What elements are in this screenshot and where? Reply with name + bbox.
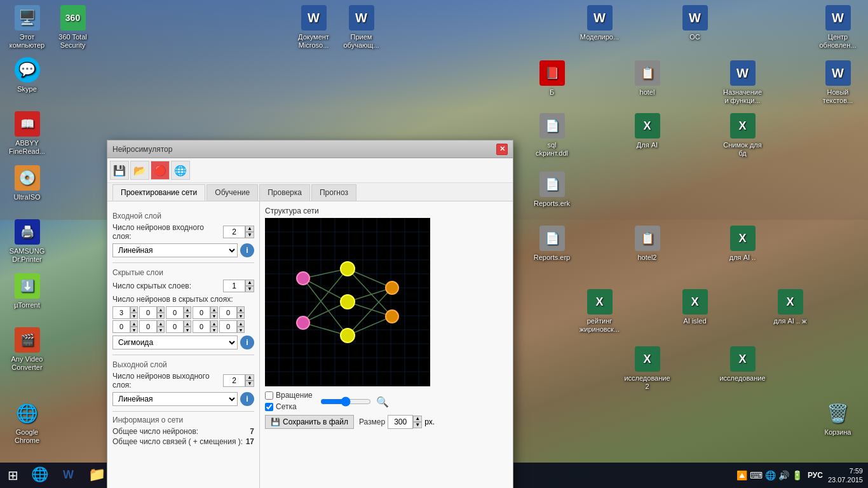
desktop-icon-my-computer[interactable]: 🖥️ Этоткомпьютер bbox=[3, 5, 51, 50]
input-function-info-btn[interactable]: i bbox=[240, 243, 254, 257]
desktop-icon-hotel2[interactable]: 📋 hotel2 bbox=[623, 226, 671, 262]
input-neurons-spinner[interactable]: 2 ▲ ▼ bbox=[223, 226, 254, 238]
desktop-icon-anyvc[interactable]: 🎬 Any VideoConverter bbox=[3, 327, 51, 372]
rotation-checkbox[interactable] bbox=[265, 391, 273, 400]
hidden-n10-value[interactable] bbox=[219, 320, 237, 333]
desktop-icon-hotel[interactable]: 📋 hotel bbox=[623, 60, 671, 97]
hidden-n7-value[interactable] bbox=[139, 320, 157, 333]
desktop-icon-utorrent[interactable]: ⬇️ µTorrent bbox=[3, 273, 51, 309]
input-neurons-up[interactable]: ▲ bbox=[245, 226, 254, 232]
hidden-n6-up[interactable]: ▲ bbox=[130, 320, 138, 327]
dialog-close-button[interactable]: ✕ bbox=[496, 144, 508, 155]
taskbar-word[interactable]: W bbox=[54, 463, 83, 488]
desktop-icon-abbyy[interactable]: 📖 ABBYYFineRead... bbox=[3, 111, 51, 156]
desktop-icon-rating[interactable]: X рейтингжириновск... bbox=[576, 289, 623, 334]
size-up[interactable]: ▲ bbox=[413, 416, 422, 422]
output-neurons-down[interactable]: ▼ bbox=[245, 381, 254, 387]
input-neurons-value[interactable]: 2 bbox=[223, 226, 245, 238]
hidden-n4-spinner[interactable]: ▲▼ bbox=[193, 306, 218, 319]
hidden-n5-value[interactable] bbox=[219, 306, 237, 319]
hidden-function-info-btn[interactable]: i bbox=[240, 336, 254, 349]
toolbar-save-icon[interactable]: 💾 bbox=[110, 161, 129, 180]
toolbar-open-icon[interactable]: 📂 bbox=[130, 161, 149, 180]
hidden-function-select[interactable]: Сигмоида Линейная bbox=[112, 336, 238, 349]
hidden-n8-value[interactable] bbox=[166, 320, 184, 333]
tray-sound[interactable]: 🔊 bbox=[778, 470, 789, 480]
zoom-slider[interactable] bbox=[320, 396, 371, 407]
grid-checkbox[interactable] bbox=[265, 403, 273, 411]
hidden-n2-spinner[interactable]: ▲▼ bbox=[139, 306, 165, 319]
desktop-icon-ai-isled[interactable]: X AI isled bbox=[671, 289, 719, 325]
tray-battery[interactable]: 🔋 bbox=[792, 470, 803, 480]
size-value[interactable]: 300 bbox=[388, 415, 413, 429]
output-function-select[interactable]: Линейная Сигмоида bbox=[112, 392, 238, 406]
tab-check[interactable]: Проверка bbox=[259, 184, 310, 201]
tray-expand[interactable]: 🔼 bbox=[736, 470, 747, 480]
desktop-icon-360-security[interactable]: 360 360 Total Security bbox=[49, 5, 97, 50]
hidden-n3-spinner[interactable]: ▲▼ bbox=[166, 306, 191, 319]
hidden-n2-up[interactable]: ▲ bbox=[157, 306, 165, 313]
desktop-icon-word-priem[interactable]: W Приемобучающ... bbox=[337, 5, 385, 50]
desktop-icon-isled2[interactable]: X исследование2 bbox=[623, 346, 671, 391]
hidden-n6-down[interactable]: ▼ bbox=[130, 327, 138, 333]
desktop-icon-newtext[interactable]: W Новыйтекстов... bbox=[814, 60, 862, 105]
hidden-n8-spinner[interactable]: ▲▼ bbox=[166, 320, 191, 333]
desktop-icon-reports-erp[interactable]: 📄 Reports.erp bbox=[528, 226, 576, 262]
output-neurons-spinner[interactable]: 2 ▲ ▼ bbox=[223, 374, 254, 387]
hidden-n5-down[interactable]: ▼ bbox=[237, 313, 245, 319]
desktop-icon-word-doc[interactable]: W ДокументMicroso... bbox=[290, 5, 337, 50]
hidden-count-down[interactable]: ▼ bbox=[245, 286, 254, 292]
output-neurons-up[interactable]: ▲ bbox=[245, 374, 254, 381]
desktop-icon-skype[interactable]: 💬 Skype bbox=[3, 57, 51, 93]
size-down[interactable]: ▼ bbox=[413, 422, 422, 428]
taskbar-chrome[interactable]: 🌐 bbox=[25, 463, 54, 488]
hidden-n3-down[interactable]: ▼ bbox=[184, 313, 191, 319]
hidden-n6-value[interactable] bbox=[112, 320, 130, 333]
toolbar-delete-icon[interactable]: 🔴 bbox=[151, 161, 170, 180]
size-spinner[interactable]: 300 ▲ ▼ bbox=[388, 415, 422, 429]
hidden-n7-down[interactable]: ▼ bbox=[157, 327, 165, 333]
desktop-icon-isled[interactable]: X исследование bbox=[719, 346, 766, 383]
desktop-icon-samsung[interactable]: 🖨️ SAMSUNGDr.Printer bbox=[3, 219, 51, 264]
hidden-n1-value[interactable] bbox=[112, 306, 130, 319]
input-function-select[interactable]: Линейная Сигмоида bbox=[112, 243, 238, 257]
zoom-icon[interactable]: 🔍 bbox=[376, 396, 389, 408]
language-indicator[interactable]: РУС bbox=[808, 471, 823, 480]
desktop-icon-ultraiso[interactable]: 💿 UltraISO bbox=[3, 165, 51, 201]
hidden-n3-value[interactable] bbox=[166, 306, 184, 319]
desktop-icon-ai-j[interactable]: X для AI .. ж bbox=[766, 289, 814, 325]
hidden-n7-spinner[interactable]: ▲▼ bbox=[139, 320, 165, 333]
desktop-icon-excel-ai[interactable]: X Для AI bbox=[623, 113, 671, 149]
desktop-icon-naznach[interactable]: W Назначениеи функци... bbox=[719, 60, 766, 105]
tab-training[interactable]: Обучение bbox=[207, 184, 258, 201]
hidden-n1-down[interactable]: ▼ bbox=[130, 313, 138, 319]
desktop-icon-chrome[interactable]: 🌐 Google Chrome bbox=[3, 400, 51, 445]
hidden-n6-spinner[interactable]: ▲▼ bbox=[112, 320, 138, 333]
hidden-n2-value[interactable] bbox=[139, 306, 157, 319]
hidden-n4-value[interactable] bbox=[193, 306, 210, 319]
desktop-icon-model[interactable]: W Моделиро... bbox=[576, 5, 623, 41]
hidden-count-spinner[interactable]: 1 ▲ ▼ bbox=[223, 280, 254, 292]
tray-network[interactable]: 🌐 bbox=[765, 470, 776, 480]
desktop-icon-sql[interactable]: 📄 sqlckpинт.ddl bbox=[528, 113, 576, 158]
clock[interactable]: 7:59 23.07.2015 bbox=[828, 466, 863, 485]
hidden-n8-up[interactable]: ▲ bbox=[184, 320, 191, 327]
hidden-n5-up[interactable]: ▲ bbox=[237, 306, 245, 313]
desktop-icon-pdf-b[interactable]: 📕 Б bbox=[528, 60, 576, 97]
desktop-icon-reports-erk[interactable]: 📄 Reports.erk bbox=[528, 172, 576, 208]
toolbar-settings-icon[interactable]: 🌐 bbox=[171, 161, 190, 180]
hidden-n9-up[interactable]: ▲ bbox=[210, 320, 218, 327]
hidden-n8-down[interactable]: ▼ bbox=[184, 327, 191, 333]
desktop-icon-snapshot[interactable]: X Снимок длябд bbox=[719, 113, 766, 158]
hidden-n10-up[interactable]: ▲ bbox=[237, 320, 245, 327]
tray-keyboard[interactable]: ⌨ bbox=[750, 470, 763, 480]
hidden-count-up[interactable]: ▲ bbox=[245, 280, 254, 286]
output-neurons-value[interactable]: 2 bbox=[223, 374, 245, 387]
desktop-icon-ai-dot[interactable]: X для AI .. bbox=[719, 226, 766, 262]
desktop-icon-trash[interactable]: 🗑️ Корзина bbox=[814, 400, 862, 437]
hidden-n10-down[interactable]: ▼ bbox=[237, 327, 245, 333]
hidden-n4-up[interactable]: ▲ bbox=[210, 306, 218, 313]
hidden-n1-up[interactable]: ▲ bbox=[130, 306, 138, 313]
hidden-n2-down[interactable]: ▼ bbox=[157, 313, 165, 319]
hidden-n9-spinner[interactable]: ▲▼ bbox=[193, 320, 218, 333]
